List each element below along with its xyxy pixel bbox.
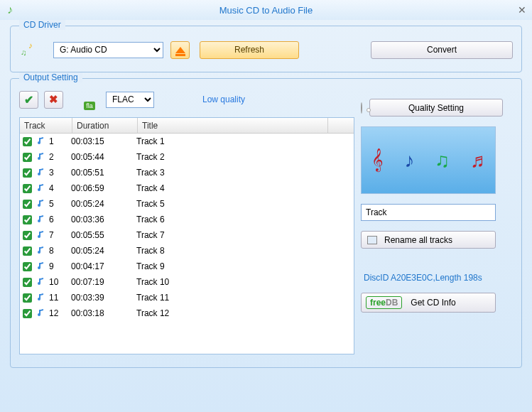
table-row[interactable]: 100:03:15Track 1 — [20, 134, 354, 149]
track-number: 12 — [49, 308, 58, 318]
quality-setting-button[interactable]: Quality Setting — [369, 99, 503, 116]
deselect-all-button[interactable]: ✖ — [44, 91, 63, 109]
col-title[interactable]: Title — [138, 118, 328, 133]
x-icon: ✖ — [49, 93, 58, 106]
track-name-input[interactable] — [361, 204, 496, 221]
drive-select[interactable]: G: Audio CD — [53, 42, 163, 58]
track-duration: 00:05:51 — [71, 168, 136, 178]
note-icon — [36, 136, 46, 146]
disc-info-label: DiscID A20E3E0C,Length 198s — [361, 273, 503, 283]
table-row[interactable]: 1000:07:19Track 10 — [20, 274, 354, 290]
row-checkbox[interactable] — [23, 168, 32, 178]
track-title: Track 5 — [136, 199, 349, 209]
track-title: Track 12 — [136, 308, 349, 318]
app-music-icon: ♪ — [7, 4, 13, 16]
track-title: Track 3 — [136, 168, 349, 178]
svg-text:♪: ♪ — [28, 41, 33, 50]
note-icon — [36, 277, 46, 287]
track-number: 10 — [49, 277, 58, 287]
row-checkbox[interactable] — [23, 293, 32, 303]
refresh-button[interactable]: Refresh — [200, 41, 299, 59]
row-checkbox[interactable] — [23, 184, 32, 193]
track-number: 3 — [49, 168, 54, 178]
track-number: 8 — [49, 246, 54, 256]
eject-icon — [175, 47, 185, 53]
quality-label: Low quality — [202, 94, 245, 104]
decorative-music-image: 𝄞 ♪ ♫ ♬ — [361, 126, 496, 194]
get-cd-info-label: Get CD Info — [411, 298, 455, 308]
table-row[interactable]: 900:04:17Track 9 — [20, 259, 354, 274]
track-number: 2 — [49, 152, 54, 162]
note-icon — [36, 199, 46, 209]
note-icon — [36, 215, 46, 224]
track-duration: 00:03:36 — [71, 215, 136, 224]
note-icon — [36, 261, 46, 271]
note-icon — [36, 168, 46, 178]
note-icon — [36, 308, 46, 318]
table-row[interactable]: 400:06:59Track 4 — [20, 180, 354, 196]
cd-icon — [361, 103, 362, 113]
track-number: 4 — [49, 183, 54, 193]
output-group: Output Setting ✔ ✖ fla FLAC Low quality … — [10, 78, 522, 368]
track-number: 7 — [49, 230, 54, 240]
rename-all-label: Rename all tracks — [384, 235, 452, 245]
note-icon — [36, 230, 46, 240]
track-number: 1 — [49, 136, 54, 146]
track-table: Track Duration Title 100:03:15Track 1200… — [19, 117, 354, 354]
note-icon — [36, 293, 46, 303]
track-title: Track 8 — [136, 246, 349, 256]
track-duration: 00:03:15 — [71, 136, 136, 146]
table-row[interactable]: 700:05:55Track 7 — [20, 227, 354, 243]
row-checkbox[interactable] — [23, 278, 32, 287]
track-number: 5 — [49, 199, 54, 209]
eject-button[interactable] — [170, 41, 190, 59]
window-title: Music CD to Audio File — [219, 5, 313, 16]
close-icon[interactable]: ✕ — [518, 4, 526, 16]
col-track[interactable]: Track — [20, 118, 72, 133]
track-title: Track 1 — [136, 136, 349, 146]
table-header: Track Duration Title — [20, 118, 354, 134]
track-number: 9 — [49, 261, 54, 271]
col-empty — [328, 118, 354, 133]
note-icon — [36, 152, 46, 162]
row-checkbox[interactable] — [23, 153, 32, 162]
track-duration: 00:05:24 — [71, 246, 136, 256]
track-title: Track 2 — [136, 152, 349, 162]
row-checkbox[interactable] — [23, 309, 32, 318]
table-row[interactable]: 600:03:36Track 6 — [20, 212, 354, 227]
row-checkbox[interactable] — [23, 231, 32, 240]
row-checkbox[interactable] — [23, 262, 32, 271]
table-row[interactable]: 1200:03:18Track 12 — [20, 305, 354, 321]
table-row[interactable]: 300:05:51Track 3 — [20, 165, 354, 180]
track-duration: 00:03:39 — [71, 293, 136, 303]
row-checkbox[interactable] — [23, 215, 32, 224]
rename-icon — [367, 236, 377, 244]
track-title: Track 10 — [136, 277, 349, 287]
output-legend: Output Setting — [19, 72, 82, 82]
track-title: Track 6 — [136, 215, 349, 224]
track-duration: 00:05:44 — [71, 152, 136, 162]
track-title: Track 9 — [136, 261, 349, 271]
track-duration: 00:05:55 — [71, 230, 136, 240]
table-row[interactable]: 800:05:24Track 8 — [20, 243, 354, 259]
table-row[interactable]: 1100:03:39Track 11 — [20, 290, 354, 305]
rename-all-button[interactable]: Rename all tracks — [361, 231, 496, 249]
col-duration[interactable]: Duration — [72, 118, 138, 133]
cddriver-legend: CD Driver — [19, 20, 65, 30]
row-checkbox[interactable] — [23, 246, 32, 256]
format-select[interactable]: FLAC — [106, 92, 154, 108]
track-title: Track 11 — [136, 293, 349, 303]
note-icon — [36, 183, 46, 193]
track-number: 11 — [49, 293, 58, 303]
track-duration: 00:06:59 — [71, 183, 136, 193]
table-row[interactable]: 200:05:44Track 2 — [20, 149, 354, 165]
track-number: 6 — [49, 215, 54, 224]
row-checkbox[interactable] — [23, 200, 32, 209]
check-icon: ✔ — [24, 93, 33, 107]
title-bar: ♪ Music CD to Audio File ✕ — [0, 0, 532, 20]
select-all-button[interactable]: ✔ — [19, 91, 38, 109]
row-checkbox[interactable] — [23, 137, 32, 146]
convert-button[interactable]: Convert — [371, 41, 513, 59]
table-row[interactable]: 500:05:24Track 5 — [20, 196, 354, 212]
get-cd-info-button[interactable]: freeDB Get CD Info — [361, 293, 496, 313]
